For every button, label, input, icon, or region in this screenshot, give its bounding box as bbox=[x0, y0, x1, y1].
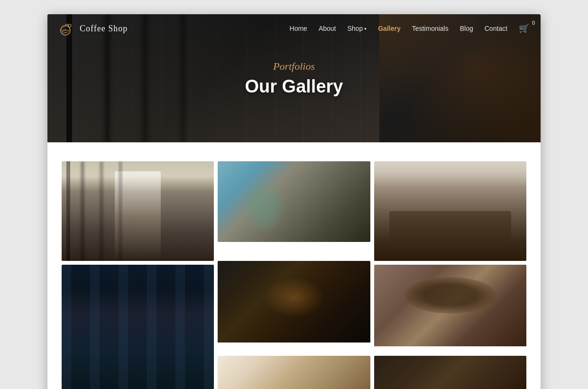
gallery-item-8[interactable] bbox=[374, 356, 526, 389]
nav-link-blog[interactable]: Blog bbox=[460, 25, 473, 32]
gallery-grid bbox=[62, 161, 526, 389]
logo-icon bbox=[59, 20, 76, 37]
nav-link-testimonials[interactable]: Testimonials bbox=[412, 25, 449, 32]
nav-item-blog[interactable]: Blog bbox=[460, 24, 473, 33]
cart-icon[interactable]: 🛒 0 bbox=[519, 24, 529, 33]
nav-link-contact[interactable]: Contact bbox=[485, 25, 507, 32]
gallery-item-2[interactable] bbox=[218, 161, 370, 242]
nav-item-contact[interactable]: Contact bbox=[485, 24, 507, 33]
browser-window: Coffee Shop Home About Shop Gallery Test… bbox=[47, 14, 541, 389]
hero-content: Portfolios Our Gallery bbox=[245, 60, 343, 97]
navbar: Coffee Shop Home About Shop Gallery Test… bbox=[47, 14, 541, 43]
nav-item-testimonials[interactable]: Testimonials bbox=[412, 24, 449, 33]
nav-item-cart[interactable]: 🛒 0 bbox=[519, 23, 529, 34]
gallery-item-4[interactable] bbox=[218, 261, 370, 344]
nav-link-gallery[interactable]: Gallery bbox=[378, 25, 400, 32]
gallery-item-1[interactable] bbox=[62, 161, 214, 261]
gallery-section bbox=[47, 142, 541, 389]
nav-link-home[interactable]: Home bbox=[290, 25, 307, 32]
logo-text: Coffee Shop bbox=[80, 24, 128, 34]
nav-item-home[interactable]: Home bbox=[290, 24, 307, 33]
hero-section: Coffee Shop Home About Shop Gallery Test… bbox=[47, 14, 541, 142]
site-logo[interactable]: Coffee Shop bbox=[59, 20, 128, 37]
nav-item-about[interactable]: About bbox=[319, 24, 336, 33]
nav-link-about[interactable]: About bbox=[319, 25, 336, 32]
hero-subtitle: Portfolios bbox=[245, 60, 343, 73]
hero-title: Our Gallery bbox=[245, 76, 343, 97]
gallery-item-6[interactable] bbox=[374, 265, 526, 348]
gallery-item-3[interactable] bbox=[374, 161, 526, 261]
nav-item-gallery[interactable]: Gallery bbox=[378, 24, 400, 33]
cart-count: 0 bbox=[532, 20, 535, 26]
nav-link-shop[interactable]: Shop bbox=[348, 25, 367, 32]
nav-links: Home About Shop Gallery Testimonials Blo… bbox=[290, 23, 529, 34]
nav-item-shop[interactable]: Shop bbox=[348, 25, 367, 32]
gallery-item-7[interactable] bbox=[218, 356, 370, 389]
gallery-item-5[interactable] bbox=[62, 265, 214, 389]
